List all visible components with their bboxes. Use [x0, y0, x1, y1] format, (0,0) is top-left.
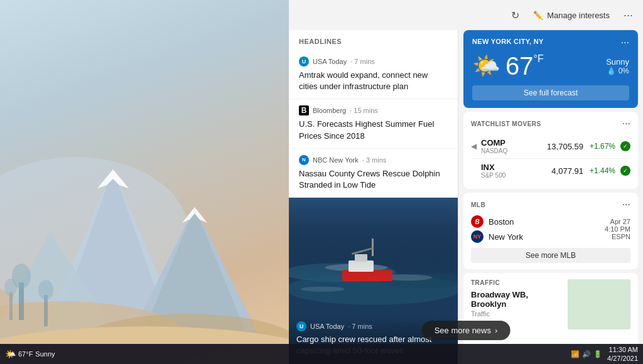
- see-more-news-button[interactable]: See more news ›: [422, 321, 511, 340]
- stock-verify-comp: ✓: [620, 141, 630, 151]
- weather-temp-display: 67°F: [505, 53, 544, 78]
- traffic-map[interactable]: Bushwick Houses: [568, 279, 630, 329]
- weather-card-header: NEW YORK CITY, NY ···: [472, 38, 629, 48]
- game-time: 4:10 PM: [605, 225, 630, 233]
- taskbar-right: 📶 🔊 🔋 11:30 AM 4/27/2021: [571, 345, 638, 363]
- toolbar: ↻ ✏️ Manage interests ···: [289, 0, 643, 30]
- see-forecast-button[interactable]: See full forecast: [472, 85, 629, 100]
- game-meta: Apr 27 4:10 PM ESPN: [605, 218, 630, 240]
- weather-unit: °F: [534, 53, 544, 64]
- watchlist-more-button[interactable]: ···: [622, 118, 630, 129]
- see-more-news-label: See more news: [435, 326, 491, 335]
- taskbar-volume-icon[interactable]: 🔊: [582, 350, 591, 358]
- weather-temp-row: 🌤️ 67°F: [472, 53, 544, 79]
- image-article-logo: U: [296, 321, 306, 331]
- team-name-boston: Boston: [489, 217, 539, 227]
- manage-interests-label: Manage interests: [547, 11, 610, 20]
- taskbar-network-icon[interactable]: 📶: [571, 350, 580, 358]
- source-name-2: Bloomberg: [313, 107, 346, 114]
- source-row-2: B Bloomberg · 15 mins: [299, 105, 448, 115]
- taskbar-weather[interactable]: 🌤️ 67°F Sunny: [5, 349, 55, 359]
- stock-info-comp: COMP NASDAQ: [481, 138, 544, 154]
- watchlist-card: WATCHLIST MOVERS ··· ◀ COMP NASDAQ 13,70…: [463, 112, 638, 189]
- watchlist-title: WATCHLIST MOVERS: [471, 120, 541, 127]
- watchlist-card-header: WATCHLIST MOVERS ···: [471, 118, 630, 129]
- headline-item-1[interactable]: U USA Today · 7 mins Amtrak would expand…: [289, 50, 458, 99]
- headline-title-2: U.S. Forecasts Highest Summer Fuel Price…: [299, 119, 448, 141]
- weather-card: NEW YORK CITY, NY ··· 🌤️ 67°F Sunny 💧: [463, 30, 638, 108]
- nbc-logo: N: [299, 155, 309, 165]
- weather-main: 🌤️ 67°F Sunny 💧 0%: [472, 53, 629, 79]
- source-time-1: · 7 mins: [350, 58, 375, 65]
- taskbar-weather-temp: 67°F: [18, 350, 33, 358]
- source-row-1: U USA Today · 7 mins: [299, 56, 448, 67]
- manage-interests-button[interactable]: ✏️ Manage interests: [528, 8, 615, 23]
- source-row-3: N NBC New York · 3 mins: [299, 155, 448, 165]
- game-info: B Boston NY New York Apr 27 4:10 PM ESPN: [471, 215, 630, 243]
- headline-title-3: Nassau County Crews Rescue Dolphin Stran…: [299, 168, 448, 191]
- stock-change-comp: +1.67%: [590, 142, 615, 151]
- weather-city: NEW YORK CITY, NY: [472, 38, 544, 45]
- traffic-info: TRAFFIC Broadway WB, Brooklyn Traffic: [471, 279, 563, 354]
- bloomberg-logo: B: [299, 105, 309, 115]
- stock-market-comp: NASDAQ: [481, 147, 544, 154]
- news-panel: ↻ ✏️ Manage interests ··· HEADLINES U US…: [289, 0, 643, 364]
- weather-more-button[interactable]: ···: [621, 38, 629, 48]
- stock-nav-left: ◀: [471, 142, 478, 151]
- image-article-time: · 7 mins: [348, 323, 372, 330]
- left-column: HEADLINES U USA Today · 7 mins Amtrak wo…: [289, 30, 458, 364]
- traffic-title: TRAFFIC: [471, 279, 563, 286]
- taskbar-time-display: 11:30 AM: [607, 345, 638, 354]
- headline-item-3[interactable]: N NBC New York · 3 mins Nassau County Cr…: [289, 149, 458, 198]
- stock-price-inx: 4,077.91: [551, 166, 583, 176]
- source-name-3: NBC New York: [313, 156, 359, 164]
- headline-title-1: Amtrak would expand, connect new cities …: [299, 70, 448, 92]
- team-row-ny: NY New York: [471, 230, 539, 243]
- content-area: HEADLINES U USA Today · 7 mins Amtrak wo…: [289, 30, 643, 364]
- source-name-1: USA Today: [313, 58, 347, 65]
- source-time-3: · 3 mins: [362, 156, 387, 164]
- stock-market-inx: S&P 500: [481, 172, 549, 179]
- team-logos: B Boston NY New York: [471, 215, 539, 243]
- mlb-title: MLB: [471, 201, 485, 208]
- see-more-news-arrow: ›: [495, 326, 497, 335]
- newyork-logo: NY: [471, 230, 484, 243]
- svg-point-24: [301, 287, 345, 292]
- team-row-boston: B Boston: [471, 215, 539, 228]
- svg-rect-30: [289, 198, 458, 281]
- weather-temperature: 67: [505, 52, 534, 80]
- headline-item-2[interactable]: B Bloomberg · 15 mins U.S. Forecasts Hig…: [289, 99, 458, 148]
- sun-icon: 🌤️: [472, 53, 500, 79]
- precip-icon: 💧: [607, 67, 616, 75]
- toolbar-more-button[interactable]: ···: [621, 7, 635, 23]
- weather-condition-label: Sunny: [606, 57, 629, 67]
- headlines-header: HEADLINES: [289, 30, 458, 50]
- game-date: Apr 27: [605, 218, 630, 225]
- game-network: ESPN: [605, 233, 630, 240]
- usa-today-logo: U: [299, 56, 309, 67]
- taskbar-left: 🌤️ 67°F Sunny: [5, 349, 55, 359]
- taskbar-weather-condition: Sunny: [35, 350, 55, 358]
- mlb-more-button[interactable]: ···: [622, 199, 630, 210]
- image-article-source: USA Today: [310, 323, 344, 330]
- svg-point-15: [4, 279, 17, 296]
- mlb-card-header: MLB ···: [471, 199, 630, 210]
- stock-row-comp[interactable]: ◀ COMP NASDAQ 13,705.59 +1.67% ✓: [471, 134, 630, 159]
- taskbar-datetime[interactable]: 11:30 AM 4/27/2021: [607, 345, 638, 363]
- svg-point-13: [38, 280, 53, 300]
- landscape-illustration: [0, 107, 289, 345]
- traffic-location: Broadway WB, Brooklyn: [471, 290, 563, 309]
- stock-symbol-comp: COMP: [481, 138, 544, 147]
- precip-value: 0%: [619, 67, 629, 75]
- stock-change-inx: +1.44%: [590, 166, 615, 175]
- traffic-label: Traffic: [471, 310, 563, 318]
- stock-verify-inx: ✓: [620, 166, 630, 176]
- taskbar-system-icons: 📶 🔊 🔋: [571, 350, 602, 358]
- right-column: NEW YORK CITY, NY ··· 🌤️ 67°F Sunny 💧: [458, 30, 643, 364]
- stock-row-inx[interactable]: INX S&P 500 4,077.91 +1.44% ✓: [471, 159, 630, 183]
- weather-precip: 💧 0%: [606, 67, 629, 75]
- refresh-icon[interactable]: ↻: [509, 7, 522, 24]
- stock-symbol-inx: INX: [481, 163, 549, 172]
- taskbar-date-display: 4/27/2021: [607, 354, 638, 363]
- see-more-mlb-button[interactable]: See more MLB: [471, 248, 630, 263]
